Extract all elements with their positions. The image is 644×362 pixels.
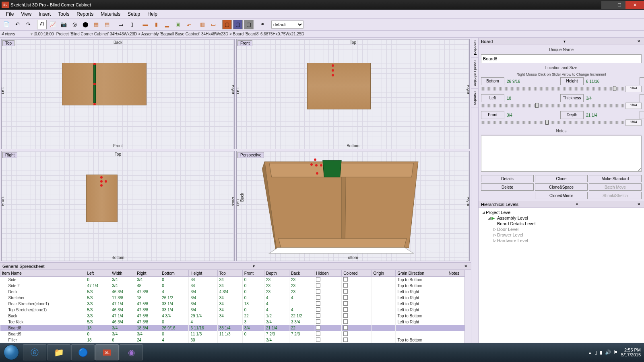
delete-button[interactable]: Delete [481, 183, 534, 191]
cabinet-3d[interactable] [237, 151, 469, 261]
viewport-perspective[interactable]: Perspective ottom Left Right Back [236, 151, 470, 261]
tray-battery-icon[interactable]: ▯ [594, 350, 597, 355]
menu-materials[interactable]: Materials [97, 11, 124, 17]
front-field[interactable] [506, 111, 559, 119]
tool-board-cut-icon[interactable]: ⬐ [184, 20, 194, 29]
panel-close-icon[interactable]: ✕ [463, 264, 469, 268]
checkbox[interactable] [316, 283, 320, 288]
depth-slider[interactable] [481, 121, 624, 124]
tool-board-add-icon[interactable]: ▣ [173, 20, 183, 29]
table-row[interactable]: Deck5/846 3/447 3/843/44 3/402323Left to… [0, 289, 471, 295]
tool-grid-icon[interactable]: ▦ [91, 20, 101, 29]
viewport-front[interactable]: Front Top Bottom Left Right [236, 39, 470, 149]
window-minimize-button[interactable]: ─ [601, 1, 613, 9]
control-point[interactable] [332, 69, 334, 72]
checkbox[interactable] [343, 289, 348, 294]
hierarchy-tree[interactable]: ◢Project Level ◢▶Assembly Level Board De… [479, 208, 644, 343]
front-button[interactable]: Front [481, 111, 504, 119]
views-count[interactable]: 4 views [2, 32, 31, 36]
panel-close-icon[interactable]: ✕ [636, 202, 642, 206]
make-standard-button[interactable]: Make Standard [589, 175, 642, 182]
column-header-origin[interactable]: Origin [372, 270, 396, 277]
left-button[interactable]: Left [481, 94, 504, 102]
tool-board-v-icon[interactable]: ▮ [151, 20, 161, 29]
control-point[interactable] [93, 63, 96, 65]
column-header-hidden[interactable]: Hidden [314, 270, 341, 277]
tree-door-level[interactable]: ▷Door Level [479, 226, 643, 232]
checkbox[interactable] [316, 337, 320, 342]
control-point[interactable] [93, 83, 96, 85]
control-point[interactable] [310, 163, 313, 166]
control-point[interactable] [100, 180, 103, 183]
tool-chart-icon[interactable]: 📈 [48, 20, 58, 29]
table-row[interactable]: Top Stretcher(clone1)5/846 3/447 3/833 1… [0, 307, 471, 313]
tool-save-icon[interactable]: 📄 [2, 20, 11, 29]
clone-button[interactable]: Clone [535, 175, 588, 182]
scrollbar-vertical[interactable] [464, 270, 471, 343]
tree-drawer-level[interactable]: ▷Drawer Level [479, 232, 643, 238]
menu-help[interactable]: Help [144, 11, 161, 17]
menu-tools[interactable]: Tools [54, 11, 73, 17]
tool-shade1-icon[interactable]: ▢ [222, 20, 232, 29]
bottom-field[interactable] [506, 77, 559, 85]
clone-mirror-button[interactable]: Clone&Mirror [535, 192, 588, 199]
depth-button[interactable]: Depth [560, 111, 584, 119]
column-header-back[interactable]: Back [289, 270, 314, 277]
menu-view[interactable]: View [17, 11, 35, 17]
sidetab-board-definition[interactable]: Board Definition [471, 58, 478, 89]
tray-show-hidden-icon[interactable]: ▴ [589, 350, 591, 355]
top-button[interactable]: Top [640, 77, 644, 85]
table-row[interactable]: Side 247 1/43/4480343402323Top to Bottom [0, 283, 471, 289]
checkbox[interactable] [316, 325, 320, 330]
board-shape[interactable] [62, 63, 147, 105]
viewport-top[interactable]: Top Back Front Left Right [1, 39, 235, 149]
control-point[interactable] [332, 64, 334, 67]
checkbox[interactable] [343, 307, 348, 312]
height-field[interactable] [585, 77, 638, 85]
tool-link-icon[interactable]: ⚭ [258, 20, 267, 29]
column-header-depth[interactable]: Depth [264, 270, 289, 277]
control-point[interactable] [93, 103, 96, 105]
checkbox[interactable] [343, 337, 348, 342]
checkbox[interactable] [316, 307, 320, 312]
table-row[interactable]: Side03/43/40343402323Top to Bottom [0, 277, 471, 283]
details-button[interactable]: Details [481, 175, 534, 182]
thickness-button[interactable]: Thickness [560, 94, 584, 102]
column-header-left[interactable]: Left [85, 270, 110, 277]
height-button[interactable]: Height [560, 77, 584, 85]
control-point[interactable] [100, 184, 103, 187]
increment-field[interactable]: 1/64 [625, 86, 642, 92]
taskbar-app-icon[interactable]: ◉ [120, 344, 143, 360]
window-close-button[interactable]: ✕ [625, 1, 644, 9]
column-header-width[interactable]: Width [110, 270, 135, 277]
taskbar-sketchlist-icon[interactable]: SL [95, 344, 119, 360]
panel-pin-icon[interactable]: ▾ [252, 264, 256, 268]
checkbox[interactable] [343, 313, 348, 318]
board-name-input[interactable] [481, 54, 642, 63]
depth-field[interactable] [585, 111, 638, 119]
tray-clock[interactable]: 2:55 PM 5/17/2015 [621, 348, 641, 357]
checkbox[interactable] [316, 277, 320, 282]
start-button[interactable] [0, 343, 23, 362]
tool-door-icon[interactable]: ▥ [198, 20, 207, 29]
increment-field[interactable]: 1/64 [625, 103, 642, 109]
checkbox[interactable] [316, 313, 320, 318]
menu-reports[interactable]: Reports [73, 11, 97, 17]
thickness-field[interactable] [585, 94, 638, 102]
tree-project-level[interactable]: ◢Project Level [479, 210, 643, 215]
tool-panel1-icon[interactable]: ▭ [116, 20, 126, 29]
column-header-grain[interactable]: Grain Direction [396, 270, 447, 277]
checkbox[interactable] [316, 301, 320, 306]
tray-volume-icon[interactable]: 🔊 [605, 350, 611, 355]
tool-camera-icon[interactable]: 📷 [59, 20, 68, 29]
table-row[interactable]: Board8183/418 3/426 9/166 11/1633 1/43/4… [0, 325, 471, 331]
checkbox[interactable] [343, 325, 348, 330]
tree-assembly-level[interactable]: ◢▶Assembly Level [479, 215, 643, 221]
tool-board-thin-icon[interactable]: ▂ [162, 20, 172, 29]
back-button[interactable]: Back [640, 111, 644, 119]
shrink-stretch-button[interactable]: Shrink/Stretch [589, 192, 642, 199]
tool-target-icon[interactable]: ◎ [70, 20, 79, 29]
width-slider[interactable] [481, 104, 624, 107]
tool-circle-icon[interactable]: ⬤ [80, 20, 90, 29]
tray-icons[interactable]: ▯ ▮ 🔊 ⚑ [594, 350, 618, 355]
